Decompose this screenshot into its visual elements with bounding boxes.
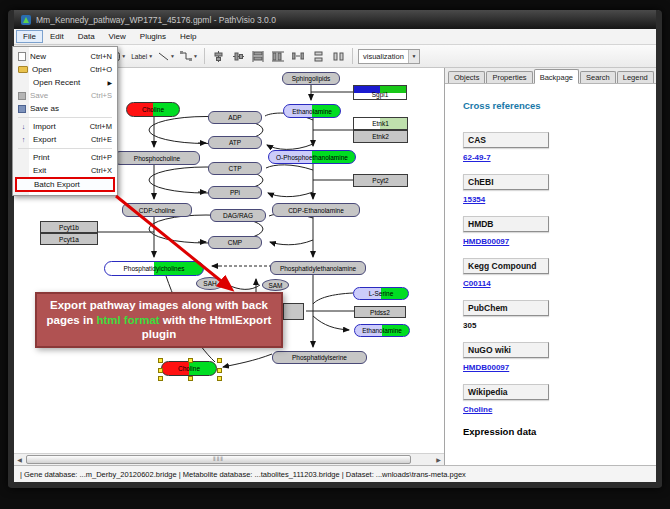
node-cdp-ethanolamine[interactable]: CDP-Ethanolamine	[272, 203, 360, 217]
node-phosphatidylcholines[interactable]: Phosphatidylcholines	[104, 261, 204, 276]
node-phosphocholine[interactable]: Phosphocholine	[114, 151, 200, 165]
node-pcyt1b[interactable]: Pcyt1b	[40, 221, 98, 233]
node-dag[interactable]: DAG/RAG	[210, 209, 266, 222]
xref-source-header: Wikipedia	[463, 384, 549, 400]
submenu-arrow-icon: ▶	[107, 79, 112, 86]
node-phosphatidylethanolamine[interactable]: Phosphatidylethanolamine	[270, 261, 366, 275]
chevron-down-icon[interactable]: ▼	[408, 50, 419, 63]
node-l-serine[interactable]: L-Serine	[353, 287, 409, 300]
node-ethanolamine-top[interactable]: Ethanolamine	[283, 104, 341, 118]
tab-search[interactable]: Search	[580, 71, 616, 83]
scrollbar-thumb[interactable]: ⦀⦀⦀	[26, 455, 411, 464]
common-height-button[interactable]	[270, 48, 287, 65]
xref-source-header: NuGO wiki	[463, 342, 549, 358]
file-menu-item-open-recent[interactable]: Open Recent▶	[15, 76, 115, 89]
file-menu-item-open[interactable]: OpenCtrl+O	[15, 63, 115, 76]
node-cdp-choline[interactable]: CDP-choline	[122, 203, 192, 217]
xref-link[interactable]: HMDB00097	[463, 237, 509, 246]
selection-handle[interactable]	[217, 358, 222, 363]
common-width-button[interactable]	[250, 48, 267, 65]
xref-section: WikipediaCholine	[463, 384, 656, 414]
menu-plugins[interactable]: Plugins	[133, 30, 173, 43]
node-sam[interactable]: SAM	[262, 279, 289, 291]
file-menu-item-save[interactable]: SaveCtrl+S	[15, 89, 115, 102]
xref-source-header: HMDB	[463, 216, 549, 232]
tab-properties[interactable]: Properties	[486, 71, 532, 83]
file-menu-item-print[interactable]: PrintCtrl+P	[15, 151, 115, 164]
tab-objects[interactable]: Objects	[448, 71, 485, 83]
node-pcyt2[interactable]: Pcyt2	[353, 174, 408, 187]
menu-item-label: Open	[32, 65, 86, 74]
callout-text-after: with the HtmlExport plugin	[142, 314, 272, 341]
callout-highlight: html format	[96, 314, 159, 326]
xref-section: NuGO wikiHMDB00097	[463, 342, 656, 372]
xref-link[interactable]: 15354	[463, 195, 485, 204]
menu-shortcut: Ctrl+S	[91, 91, 112, 100]
xref-link[interactable]: Choline	[463, 405, 492, 414]
xref-link[interactable]: C00114	[463, 279, 491, 288]
node-etnk2[interactable]: Etnk2	[353, 130, 408, 143]
align-center-horizontal-button[interactable]	[210, 48, 227, 65]
node-sgpl1[interactable]: Sgpl1	[353, 85, 407, 100]
node-hidden-gene[interactable]	[283, 303, 304, 320]
new-document-icon	[18, 52, 26, 61]
tab-backpage[interactable]: Backpage	[534, 69, 579, 84]
horizontal-scrollbar[interactable]: ◀ ⦀⦀⦀ ▶	[14, 453, 444, 465]
label-tool-button[interactable]: Label ▼	[130, 48, 154, 65]
menu-view[interactable]: View	[102, 30, 133, 43]
node-sah[interactable]: SAH	[196, 277, 224, 290]
node-adp[interactable]: ADP	[208, 111, 262, 124]
file-menu-item-export[interactable]: ↑ExportCtrl+E	[15, 133, 115, 146]
pathvisio-icon	[21, 15, 31, 25]
file-menu-item-save-as[interactable]: Save as	[15, 102, 115, 115]
backpage-sections: CAS62-49-7ChEBI15354HMDBHMDB00097Kegg Co…	[463, 132, 656, 414]
distribute-horizontal-button[interactable]	[290, 48, 307, 65]
selection-handle[interactable]	[188, 358, 193, 363]
selection-handle[interactable]	[158, 358, 163, 363]
stack-horizontal-button[interactable]	[330, 48, 347, 65]
scroll-right-icon[interactable]: ▶	[433, 454, 444, 465]
node-o-phosphoethanolamine[interactable]: O-Phosphoethanolamine	[268, 150, 356, 164]
label-tool-text: Label	[131, 53, 147, 60]
node-choline-selected[interactable]: Choline	[161, 361, 217, 376]
selection-handle[interactable]	[158, 376, 163, 381]
file-menu-item-import[interactable]: ↓ImportCtrl+M	[15, 120, 115, 133]
selection-handle[interactable]	[188, 376, 193, 381]
menu-help[interactable]: Help	[173, 30, 203, 43]
line-tool-button[interactable]: ▼	[157, 48, 176, 65]
node-ptdss2[interactable]: Ptdss2	[354, 306, 406, 318]
node-ethanolamine-bottom[interactable]: Ethanolamine	[354, 324, 410, 337]
save-as-icon	[18, 105, 26, 113]
selection-handle[interactable]	[158, 368, 163, 373]
connector-tool-button[interactable]: ▼	[179, 48, 199, 65]
xref-source-header: Kegg Compound	[463, 258, 549, 274]
visualization-combobox[interactable]: visualization ▼	[358, 49, 420, 64]
file-menu-item-batch-export[interactable]: Batch Export	[15, 177, 115, 192]
file-menu-item-new[interactable]: NewCtrl+N	[15, 50, 115, 63]
node-sphingolipids[interactable]: Sphingolipids	[282, 72, 340, 85]
node-pcyt1a[interactable]: Pcyt1a	[40, 233, 98, 245]
node-etnk1[interactable]: Etnk1	[353, 117, 408, 130]
menu-file[interactable]: File	[16, 30, 43, 43]
node-atp[interactable]: ATP	[208, 136, 262, 149]
menu-data[interactable]: Data	[71, 30, 102, 43]
file-menu-item-exit[interactable]: ExitCtrl+X	[15, 164, 115, 177]
xref-link[interactable]: 62-49-7	[463, 153, 491, 162]
align-center-vertical-button[interactable]	[230, 48, 247, 65]
toolbar-separator	[204, 48, 205, 64]
node-ctp[interactable]: CTP	[208, 162, 262, 175]
node-ppi[interactable]: PPi	[208, 186, 262, 199]
scroll-left-icon[interactable]: ◀	[14, 454, 25, 465]
xref-link[interactable]: HMDB00097	[463, 363, 509, 372]
tab-legend[interactable]: Legend	[617, 71, 654, 83]
stack-vertical-button[interactable]	[310, 48, 327, 65]
selection-handle[interactable]	[217, 368, 222, 373]
node-phosphatidylserine[interactable]: Phosphatidylserine	[272, 351, 367, 364]
xref-section: Kegg CompoundC00114	[463, 258, 656, 288]
node-cmp[interactable]: CMP	[208, 236, 262, 249]
selection-handle[interactable]	[217, 376, 222, 381]
import-icon: ↓	[18, 122, 29, 131]
menu-edit[interactable]: Edit	[43, 30, 71, 43]
panel-tabs: ObjectsPropertiesBackpageSearchLegend	[445, 68, 656, 84]
node-choline-top[interactable]: Choline	[126, 102, 180, 117]
